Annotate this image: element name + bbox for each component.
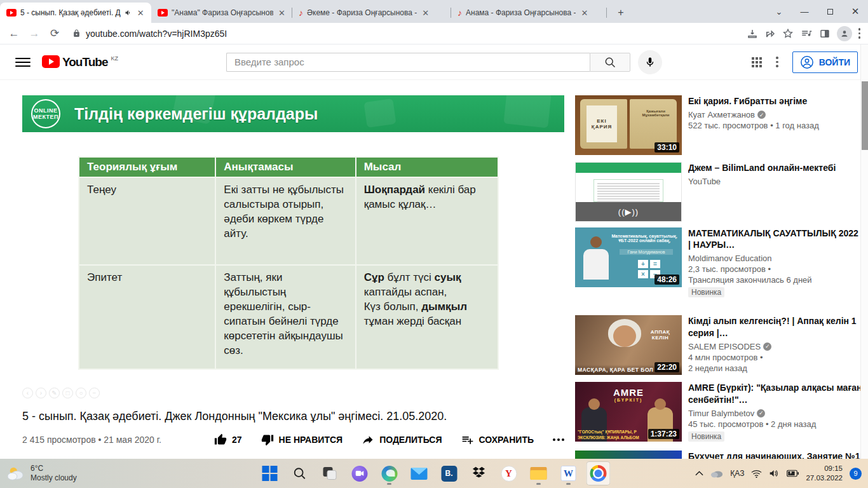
forward-button[interactable]: →: [25, 25, 43, 43]
word-button[interactable]: W: [557, 461, 581, 485]
online-mektep-logo: ONLINEМЕКТЕП: [31, 99, 60, 128]
side-panel-icon[interactable]: [819, 28, 831, 39]
edge-button[interactable]: [377, 461, 402, 485]
slide-header: ONLINEМЕКТЕП Тілдің көркемдегіш құралдар…: [22, 95, 564, 132]
youtube-favicon: [158, 9, 168, 17]
new-tab-button[interactable]: +: [612, 4, 630, 22]
guide-menu-icon[interactable]: [15, 55, 31, 70]
browser-tab-1[interactable]: 5 - сынып. Қазақ әдебиеті. Д ✕: [0, 3, 151, 23]
youtube-settings-menu-icon[interactable]: [776, 57, 778, 67]
back-button[interactable]: ←: [5, 25, 23, 43]
volume-icon[interactable]: [769, 469, 780, 478]
list-item[interactable]: ЕКІ ҚАРИЯ Қажығали Мұхамбетқали 33:10 Ек…: [575, 95, 862, 155]
pen-icon[interactable]: ✎: [49, 388, 60, 398]
video-meta: 522 тыс. просмотров • 1 год назад: [688, 121, 862, 130]
thumb-text: Гани Молдиманов: [620, 249, 673, 255]
bitrix-button[interactable]: B.: [437, 461, 461, 485]
taskbar-search-button[interactable]: [288, 461, 312, 485]
date: 27.03.2022: [806, 473, 843, 483]
mail-button[interactable]: [407, 461, 431, 485]
list-item[interactable]: Математикалық, сауаттылық, ҰБТ-2022 онла…: [575, 227, 862, 297]
file-explorer-button[interactable]: [527, 461, 551, 485]
channel-name[interactable]: Куат Ахметжанов✓: [688, 110, 862, 119]
reload-button[interactable]: ⟳: [46, 25, 64, 43]
voice-search-button[interactable]: [638, 50, 662, 74]
channel-name[interactable]: Moldimanov Education: [688, 254, 862, 263]
video-thumbnail[interactable]: ((▶)): [575, 162, 682, 222]
chrome-button[interactable]: [587, 461, 611, 485]
channel-name[interactable]: SALEM EPISODES✓: [688, 342, 862, 351]
profile-avatar[interactable]: [837, 26, 852, 41]
like-button[interactable]: 27: [214, 433, 242, 446]
language-indicator[interactable]: ҚАЗ: [730, 469, 744, 478]
clock[interactable]: 09:15 27.03.2022: [806, 464, 843, 483]
zoom-icon[interactable]: ○: [76, 388, 86, 398]
youtube-logo[interactable]: YouTube KZ: [42, 55, 118, 69]
search-input[interactable]: [226, 53, 590, 72]
channel-name[interactable]: Timur Balymbetov✓: [688, 409, 862, 418]
onedrive-icon[interactable]: [710, 470, 723, 478]
minus-icon[interactable]: −: [89, 388, 100, 398]
video-player[interactable]: ONLINEМЕКТЕП Тілдің көркемдегіш құралдар…: [22, 95, 564, 375]
bookmark-star-icon[interactable]: [782, 28, 794, 39]
chat-button[interactable]: [348, 461, 372, 485]
tab-close-icon[interactable]: ✕: [136, 8, 146, 18]
notification-badge[interactable]: 9: [850, 468, 862, 480]
browser-tab-2[interactable]: "Анама" Фариза Оңғарсынова # ✕: [151, 3, 292, 23]
video-thumbnail[interactable]: Математикалық, сауаттылық, ҰБТ-2022 онла…: [575, 227, 682, 287]
minimize-button[interactable]: —: [792, 7, 817, 17]
video-title[interactable]: AMRE (Бүркіт): "Қазылар алқасы маған сен…: [688, 382, 862, 405]
page-scrollbar[interactable]: [860, 44, 868, 459]
browser-tab-3[interactable]: ♪ Әкеме - Фариза Оңғарсынова - ✕: [292, 3, 451, 23]
weather-widget[interactable]: 6°C Mostly cloudy: [0, 464, 159, 483]
wifi-icon[interactable]: [751, 470, 762, 478]
tab-close-icon[interactable]: ✕: [421, 8, 430, 18]
install-icon[interactable]: [747, 28, 758, 39]
tab-title: 5 - сынып. Қазақ әдебиеті. Д: [20, 8, 121, 17]
browser-toolbar: ← → ⟳ youtube.com/watch?v=hjRIM3pz65I: [0, 23, 868, 44]
playlist-music-icon[interactable]: [800, 28, 813, 39]
video-thumbnail[interactable]: AMRE(БҮРКІТ) "ГОЛОСтың" ҚҰПИЯЛАРЫ, Р ЭКС…: [575, 382, 682, 442]
close-button[interactable]: ✕: [843, 6, 868, 17]
sign-in-button[interactable]: ВОЙТИ: [792, 51, 858, 73]
list-item[interactable]: AMRE(БҮРКІТ) "ГОЛОСтың" ҚҰПИЯЛАРЫ, Р ЭКС…: [575, 382, 862, 442]
search-button[interactable]: [590, 53, 630, 72]
next-slide-icon[interactable]: ›: [36, 388, 46, 398]
youtube-apps-icon[interactable]: [752, 57, 762, 67]
playlist-add-icon: [461, 433, 474, 446]
tab-search-icon[interactable]: ⌄: [766, 7, 792, 17]
dropbox-button[interactable]: [467, 461, 491, 485]
tray-expand-icon[interactable]: [695, 471, 703, 476]
channel-name[interactable]: YouTube: [688, 177, 862, 186]
video-thumbnail[interactable]: ЕКІ ҚАРИЯ Қажығали Мұхамбетқали 33:10: [575, 95, 682, 155]
list-item[interactable]: АППАҚ КЕЛІН МАСҚАРА, ҚАРА БЕТ БОЛ 22:20 …: [575, 315, 862, 375]
yandex-button[interactable]: Y: [497, 461, 521, 485]
youtube-favicon: [6, 9, 17, 17]
tab-close-icon[interactable]: ✕: [580, 8, 589, 18]
video-title[interactable]: МАТЕМАТИКАЛЫҚ САУАТТЫЛЫҚ 2022 | НАУРЫ…: [688, 227, 862, 250]
tab-close-icon[interactable]: ✕: [277, 8, 287, 18]
battery-icon[interactable]: [787, 470, 799, 477]
share-icon[interactable]: [764, 28, 776, 39]
start-button[interactable]: [258, 461, 282, 485]
list-item[interactable]: ((▶)) Джем – BilimLand онлайн-мектебі Yo…: [575, 162, 862, 222]
audio-playing-icon[interactable]: [125, 9, 132, 17]
task-view-button[interactable]: [318, 461, 342, 485]
browser-menu-icon[interactable]: [858, 28, 861, 39]
address-bar[interactable]: youtube.com/watch?v=hjRIM3pz65I: [66, 25, 744, 43]
more-actions-button[interactable]: [553, 438, 564, 441]
restore-button[interactable]: [817, 7, 843, 17]
dislike-button[interactable]: НЕ НРАВИТСЯ: [261, 433, 343, 446]
video-title[interactable]: Джем – BilimLand онлайн-мектебі: [688, 162, 862, 173]
copy-icon[interactable]: □: [62, 388, 73, 398]
video-title[interactable]: Кімді алып келгенсің?! | Аппақ келін 1 с…: [688, 315, 862, 338]
prev-slide-icon[interactable]: ‹: [22, 388, 33, 398]
video-thumbnail[interactable]: АППАҚ КЕЛІН МАСҚАРА, ҚАРА БЕТ БОЛ 22:20: [575, 315, 682, 375]
live-icon: ((▶)): [576, 202, 681, 221]
video-title[interactable]: Екі қария. Ғибратты әңгіме: [688, 95, 862, 107]
decoration: [593, 179, 663, 202]
scrollbar-thumb[interactable]: [862, 81, 868, 150]
save-button[interactable]: СОХРАНИТЬ: [461, 433, 534, 446]
share-button[interactable]: ПОДЕЛИТЬСЯ: [362, 433, 442, 446]
browser-tab-4[interactable]: ♪ Анама - Фариза Оңғарсынова - ✕: [451, 3, 607, 23]
